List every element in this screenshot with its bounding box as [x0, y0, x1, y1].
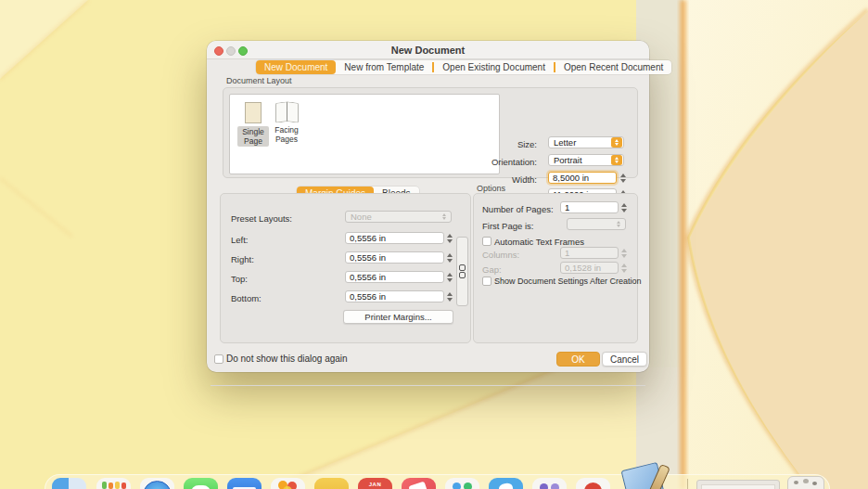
- dock-icon-music[interactable]: [402, 478, 436, 489]
- combo-chevrons-icon: [611, 155, 622, 165]
- columns-input: 1: [560, 247, 619, 259]
- ok-button[interactable]: OK: [556, 352, 600, 367]
- orientation-label: Orientation:: [463, 157, 537, 167]
- preset-layouts-value: None: [346, 212, 438, 222]
- layout-item-facing-pages[interactable]: Facing Pages: [271, 102, 302, 145]
- footer-separator: [211, 385, 645, 386]
- width-input[interactable]: 8,5000 in: [548, 172, 617, 184]
- margin-top-stepper[interactable]: [445, 271, 453, 283]
- chain-icon: [459, 264, 466, 271]
- first-page-is-label: First Page is:: [482, 221, 533, 231]
- minimized-window-titlebar: [701, 484, 775, 489]
- link-margins-button[interactable]: [456, 237, 468, 306]
- size-label: Size:: [463, 139, 537, 149]
- layout-item-label: Facing Pages: [271, 124, 302, 145]
- margin-right-label: Right:: [231, 254, 254, 264]
- orientation-select[interactable]: Portrait: [548, 154, 624, 166]
- facing-page-right: [287, 101, 299, 122]
- number-of-pages-input[interactable]: 1: [560, 201, 619, 213]
- margin-bottom-stepper[interactable]: [445, 290, 453, 302]
- margin-top-label: Top:: [231, 274, 248, 284]
- dock-icon-mail[interactable]: [227, 478, 262, 489]
- margin-bottom-label: Bottom:: [231, 293, 262, 303]
- tab-new-from-template[interactable]: New from Template: [336, 60, 432, 74]
- combo-chevrons-icon: [611, 137, 622, 148]
- dock-icon-contacts[interactable]: [445, 478, 479, 489]
- width-stepper[interactable]: [619, 172, 627, 184]
- tab-new-document[interactable]: New Document: [256, 60, 336, 74]
- dock-icon-twitter[interactable]: [489, 478, 523, 489]
- margin-bottom-input[interactable]: 0,5556 in: [345, 290, 444, 302]
- preset-layouts-select: None: [345, 211, 452, 223]
- dialog-tabstrip: New Document New from Template Open Exis…: [256, 60, 671, 74]
- purple-figure-left: [540, 483, 548, 489]
- dock-minimized-window[interactable]: [696, 480, 780, 489]
- show-settings-label: Show Document Settings After Creation: [494, 277, 642, 286]
- columns-label: Columns:: [482, 250, 519, 260]
- dock-icon-scribus[interactable]: [620, 462, 676, 489]
- document-layout-group-label: Document Layout: [226, 76, 292, 85]
- dock-icon-calendar[interactable]: JAN: [358, 478, 392, 489]
- combo-chevrons-icon: [439, 212, 450, 222]
- dialog-title: New Document: [207, 45, 649, 56]
- dock-icon-notes[interactable]: [314, 478, 349, 489]
- dock-icon-launchpad[interactable]: [96, 478, 131, 489]
- layout-item-single-page[interactable]: Single Page: [237, 102, 269, 147]
- dock: JAN: [45, 474, 830, 489]
- margin-right-stepper[interactable]: [445, 251, 453, 264]
- number-of-pages-stepper[interactable]: [619, 201, 628, 213]
- size-value: Letter: [549, 137, 610, 148]
- layout-list-panel: Single Page Facing Pages: [229, 94, 500, 174]
- tab-open-existing-document[interactable]: Open Existing Document: [434, 60, 554, 74]
- gap-label: Gap:: [482, 264, 502, 275]
- number-of-pages-label: Number of Pages:: [482, 204, 554, 214]
- contacts-figure-blue: [453, 483, 461, 489]
- dont-show-again-checkbox[interactable]: [214, 354, 223, 364]
- dock-icon-app-purple[interactable]: [532, 478, 567, 489]
- dock-trash-icon[interactable]: [787, 476, 824, 489]
- dock-divider: [687, 479, 688, 489]
- document-layout-groupbox: Single Page Facing Pages Size: Letter Or…: [223, 87, 638, 178]
- margins-groupbox: Preset Layouts: None Left: 0,5556 in Rig…: [220, 193, 471, 343]
- dock-icon-finder[interactable]: [52, 478, 86, 489]
- facing-pages-icon: [275, 102, 298, 122]
- new-document-dialog: New Document New Document New from Templ…: [207, 41, 649, 372]
- purple-figure-right: [551, 483, 559, 489]
- dialog-titlebar[interactable]: New Document: [207, 41, 649, 59]
- dock-icon-safari[interactable]: [140, 478, 174, 489]
- automatic-text-frames-checkbox[interactable]: [482, 237, 491, 246]
- tab-open-recent-document[interactable]: Open Recent Document: [555, 60, 671, 74]
- messages-bubble: [191, 485, 211, 489]
- preset-layouts-label: Preset Layouts:: [231, 213, 292, 224]
- trash-speck-1: [794, 481, 798, 484]
- margin-right-input[interactable]: 0,5556 in: [345, 251, 444, 264]
- safari-globe: [143, 481, 172, 489]
- size-select[interactable]: Letter: [548, 136, 624, 148]
- margin-left-input[interactable]: 0,5556 in: [345, 232, 444, 244]
- facing-page-left: [275, 101, 287, 123]
- margin-left-stepper[interactable]: [445, 232, 453, 244]
- launchpad-tile-yellow: [115, 482, 120, 489]
- launchpad-tile-orange: [108, 483, 113, 489]
- launchpad-tile-red: [121, 483, 126, 489]
- show-settings-checkbox[interactable]: [482, 277, 491, 286]
- printer-margins-button[interactable]: Printer Margins...: [343, 310, 453, 324]
- automatic-text-frames-label: Automatic Text Frames: [494, 237, 584, 247]
- twitter-bird: [498, 483, 514, 489]
- calendar-month-label: JAN: [358, 482, 392, 487]
- single-page-icon: [245, 102, 262, 123]
- music-glyph: [408, 482, 428, 489]
- margin-left-label: Left:: [231, 235, 249, 245]
- combo-chevrons-icon: [613, 219, 624, 229]
- gap-input: 0,1528 in: [560, 262, 619, 274]
- dock-icon-photos[interactable]: [271, 478, 305, 489]
- launchpad-tile-green: [102, 482, 107, 489]
- dock-icon-messages[interactable]: [184, 478, 218, 489]
- contacts-figure-green: [464, 483, 472, 489]
- dock-icon-app-red-circle[interactable]: [576, 478, 610, 489]
- red-circle-glyph: [584, 483, 602, 489]
- layout-item-label: Single Page: [237, 126, 269, 147]
- cancel-button[interactable]: Cancel: [602, 352, 647, 367]
- options-group-label: Options: [477, 184, 505, 193]
- margin-top-input[interactable]: 0,5556 in: [345, 271, 444, 283]
